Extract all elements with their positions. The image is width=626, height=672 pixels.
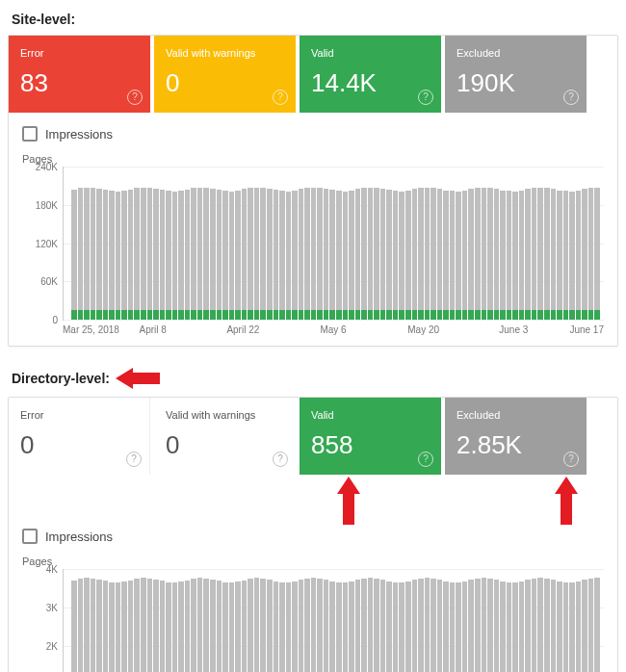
bar-valid-segment <box>405 310 411 320</box>
bar-valid-segment <box>349 310 354 320</box>
bar <box>405 191 411 320</box>
bar <box>153 189 159 320</box>
bar <box>235 582 241 672</box>
help-icon[interactable]: ? <box>273 90 288 105</box>
bar <box>456 582 461 672</box>
bar <box>386 190 392 320</box>
bar-valid-segment <box>324 310 329 320</box>
bar <box>121 191 127 320</box>
bar-valid-segment <box>329 310 335 320</box>
bar <box>96 189 102 320</box>
card-value: 0 <box>166 430 284 460</box>
help-icon[interactable]: ? <box>418 90 433 105</box>
bar <box>260 188 266 320</box>
bar <box>443 191 449 321</box>
bar <box>141 578 146 672</box>
bar-valid-segment <box>109 310 115 320</box>
bar <box>475 579 481 672</box>
y-tick: 120K <box>19 238 58 248</box>
bar <box>260 579 266 672</box>
bar-valid-segment <box>191 310 196 320</box>
bar <box>569 192 575 320</box>
bar-valid-segment <box>260 310 266 320</box>
bar <box>462 191 468 320</box>
bar-valid-segment <box>368 310 374 320</box>
bar-valid-segment <box>557 310 562 320</box>
card-row-dir: Error 0 ? Valid with warnings 0 ? Valid … <box>9 398 617 475</box>
help-icon[interactable]: ? <box>563 90 579 105</box>
card-label: Valid <box>311 409 430 421</box>
bar <box>147 188 153 320</box>
bar <box>191 579 196 672</box>
bar <box>418 579 424 672</box>
card-excluded[interactable]: Excluded 2.85K ? <box>445 398 587 475</box>
bar-valid-segment <box>71 310 77 320</box>
bar-valid-segment <box>507 310 512 320</box>
impressions-checkbox[interactable] <box>22 126 38 142</box>
bar <box>248 579 253 672</box>
bar-valid-segment <box>203 310 209 320</box>
bar <box>368 188 374 320</box>
bar-valid-segment <box>519 310 525 320</box>
bar <box>109 191 115 320</box>
help-icon[interactable]: ? <box>127 90 143 105</box>
bar-valid-segment <box>128 310 134 320</box>
card-error[interactable]: Error 83 ? <box>9 36 150 113</box>
bar-valid-segment <box>311 310 317 320</box>
bar-valid-segment <box>248 310 253 320</box>
bar <box>494 580 500 672</box>
bar-valid-segment <box>412 310 418 320</box>
card-valid[interactable]: Valid 858 ? <box>300 398 441 475</box>
bar-valid-segment <box>210 310 216 320</box>
card-value: 2.85K <box>456 430 575 460</box>
help-icon[interactable]: ? <box>418 452 433 467</box>
bar-valid-segment <box>91 310 96 320</box>
card-valid[interactable]: Valid 14.4K ? <box>300 36 441 113</box>
bar-valid-segment <box>317 310 323 320</box>
help-icon[interactable]: ? <box>563 452 579 467</box>
bar <box>217 190 222 320</box>
bar <box>160 581 166 672</box>
bar <box>594 578 600 672</box>
bar <box>311 188 317 320</box>
bar <box>425 188 430 320</box>
bar <box>178 582 184 672</box>
bar-valid-segment <box>456 310 461 320</box>
bar-valid-segment <box>361 310 367 320</box>
card-warn[interactable]: Valid with warnings 0 ? <box>154 398 296 475</box>
bar <box>507 582 512 672</box>
bar <box>468 580 474 672</box>
bar-valid-segment <box>141 310 146 320</box>
card-label: Error <box>20 409 138 421</box>
bar <box>197 188 203 320</box>
bar-valid-segment <box>96 310 102 320</box>
bar <box>494 189 500 320</box>
bar <box>519 191 525 320</box>
bar <box>279 191 285 320</box>
bar-valid-segment <box>185 310 191 320</box>
bar-valid-segment <box>487 310 493 320</box>
bar <box>450 191 456 320</box>
bar <box>393 582 399 672</box>
bar <box>430 579 436 672</box>
bar <box>405 582 411 672</box>
bar <box>525 580 531 672</box>
bars <box>71 167 600 320</box>
impressions-checkbox[interactable] <box>22 529 38 544</box>
impressions-label: Impressions <box>45 530 113 544</box>
bar-valid-segment <box>172 310 178 320</box>
impressions-label: Impressions <box>45 127 113 142</box>
bar-valid-segment <box>374 310 379 320</box>
card-excluded[interactable]: Excluded 190K ? <box>445 36 587 113</box>
bar-valid-segment <box>304 310 310 320</box>
bar <box>185 190 191 320</box>
bar <box>222 191 228 320</box>
bar <box>537 188 543 320</box>
bar-valid-segment <box>274 310 279 320</box>
card-warn[interactable]: Valid with warnings 0 ? <box>154 36 296 113</box>
card-error[interactable]: Error 0 ? <box>9 398 150 475</box>
help-icon[interactable]: ? <box>126 452 142 467</box>
help-icon[interactable]: ? <box>273 452 288 467</box>
bar <box>557 191 562 320</box>
bar-valid-segment <box>544 310 550 320</box>
